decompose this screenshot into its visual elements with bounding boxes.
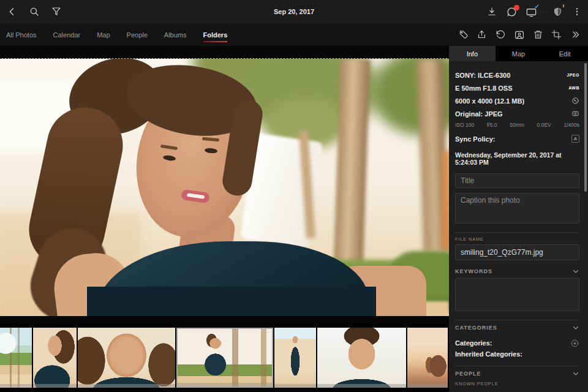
filter-funnel-icon [51, 6, 62, 17]
original-format: Original: JPEG [455, 110, 503, 118]
back-button[interactable] [4, 3, 21, 20]
rotate-button[interactable] [492, 27, 508, 43]
rotate-ccw-icon [496, 29, 506, 40]
people-collapse-chevron-icon[interactable] [572, 370, 579, 377]
topbar-left-group [0, 3, 65, 20]
display-sync-button[interactable]: ✓ [522, 3, 540, 20]
share-button[interactable] [474, 27, 490, 43]
panel-tabs: Info Map Edit [449, 46, 588, 61]
categories-row-label: Categories: [455, 339, 492, 347]
chevron-double-right-icon [571, 30, 580, 39]
exif-aperture: f/5.0 [487, 122, 497, 128]
tab-people[interactable]: People [127, 29, 148, 41]
face-detect-button[interactable] [511, 27, 527, 43]
photo-bg-detail [442, 151, 449, 249]
filmstrip-thumbnail-1[interactable] [0, 328, 32, 388]
crop-button[interactable] [549, 27, 565, 43]
photo-viewer [0, 46, 449, 392]
view-tabs: All Photos Calendar Map People Albums Fo… [0, 23, 449, 46]
white-balance-badge: AWB [568, 86, 579, 90]
notification-dot [514, 5, 519, 10]
people-header: PEOPLE [455, 371, 481, 377]
file-name-label: FILE NAME [455, 236, 579, 242]
filmstrip [0, 323, 449, 392]
inherited-categories-label: Inherited Categories: [455, 349, 579, 360]
keywords-collapse-chevron-icon[interactable] [572, 268, 579, 275]
file-name-input[interactable] [455, 244, 579, 260]
share-upload-icon [477, 29, 487, 40]
tab-calendar[interactable]: Calendar [53, 29, 81, 41]
filmstrip-thumbnail-4-selected[interactable] [176, 328, 273, 388]
tab-map[interactable]: Map [97, 29, 110, 41]
categories-header: CATEGORIES [455, 325, 497, 331]
photo-subject-top [87, 287, 376, 316]
keywords-header: KEYWORDS [455, 268, 492, 274]
panel-scrollbar[interactable] [584, 63, 587, 192]
exif-iso: ISO 100 [455, 122, 474, 128]
secondary-bar: All Photos Calendar Map People Albums Fo… [0, 23, 588, 46]
overflow-menu-button[interactable] [568, 3, 586, 20]
content-row: Info Map Edit SONY: ILCE-6300 JPEG E 50m… [0, 46, 588, 392]
exif-row: ISO 100 f/5.0 50mm 0.0EV 1/400s [455, 122, 579, 128]
tag-button[interactable] [455, 27, 471, 43]
tab-folders[interactable]: Folders [203, 29, 228, 41]
known-people-label: KNOWN PEOPLE [455, 381, 579, 386]
filmstrip-thumbnail-6[interactable] [317, 328, 406, 388]
section-divider [455, 232, 579, 233]
shield-icon [552, 7, 563, 17]
photo-toolbar [449, 23, 588, 46]
sync-policy-label: Sync Policy: [455, 135, 495, 143]
section-divider [455, 366, 579, 366]
location-off-icon [571, 97, 579, 105]
download-icon [486, 6, 497, 17]
tab-albums[interactable]: Albums [164, 29, 187, 41]
title-input[interactable] [455, 173, 579, 188]
crop-icon [551, 29, 562, 40]
tag-icon [458, 29, 469, 40]
exif-ev: 0.0EV [537, 122, 551, 128]
filmstrip-row [0, 328, 449, 388]
tab-all-photos[interactable]: All Photos [6, 29, 37, 41]
search-icon [29, 6, 40, 17]
search-button[interactable] [26, 3, 43, 20]
app-window: Sep 20, 2017 ✓ ··· All [0, 0, 588, 392]
panel-body: SONY: ILCE-6300 JPEG E 50mm F1.8 OSS AWB… [449, 61, 588, 392]
format-badge: JPEG [567, 73, 579, 77]
lens-model: E 50mm F1.8 OSS [455, 85, 513, 92]
image-dimensions: 6000 x 4000 (12.1 MB) [455, 97, 524, 105]
main-photo[interactable] [0, 58, 449, 316]
sync-policy-auto-icon[interactable]: A [571, 135, 579, 143]
sync-notifications-button[interactable] [503, 3, 520, 20]
caption-input[interactable] [455, 193, 579, 224]
panel-tab-map[interactable]: Map [496, 46, 542, 61]
filmstrip-thumbnail-7[interactable] [407, 328, 448, 388]
exif-shutter: 1/400s [564, 122, 579, 128]
add-category-button[interactable] [570, 339, 579, 348]
kebab-menu-icon [572, 7, 582, 17]
develop-icon [571, 110, 579, 118]
capture-datetime: Wednesday, September 20, 2017 at 5:24:03… [455, 151, 579, 166]
info-panel: Info Map Edit SONY: ILCE-6300 JPEG E 50m… [449, 46, 588, 392]
face-detect-icon [514, 29, 525, 40]
sync-connection-dots: ··· [540, 9, 549, 15]
filmstrip-thumbnail-2[interactable] [33, 328, 77, 388]
categories-collapse-chevron-icon[interactable] [572, 324, 579, 331]
panel-tab-info[interactable]: Info [449, 46, 496, 61]
sync-check-icon: ✓ [535, 4, 540, 10]
expand-tools-button[interactable] [567, 27, 583, 43]
chevron-left-icon [7, 6, 18, 17]
top-bar: Sep 20, 2017 ✓ ··· [0, 0, 588, 23]
delete-button[interactable] [530, 27, 546, 43]
shield-warning-tick [563, 4, 564, 7]
section-divider [455, 320, 579, 320]
exif-focal-length: 50mm [510, 122, 524, 128]
protect-shield-button[interactable] [549, 3, 566, 20]
camera-model: SONY: ILCE-6300 [455, 72, 510, 79]
download-button[interactable] [483, 3, 500, 20]
filter-button[interactable] [48, 3, 65, 20]
filmstrip-thumbnail-5[interactable] [274, 328, 316, 388]
keywords-input[interactable] [455, 278, 579, 311]
filmstrip-thumbnail-3[interactable] [78, 328, 175, 388]
panel-tab-edit[interactable]: Edit [541, 46, 588, 61]
topbar-right-group: ✓ ··· [483, 3, 588, 20]
